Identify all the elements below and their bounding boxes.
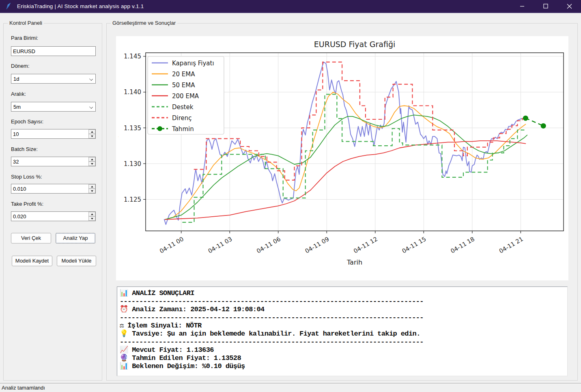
svg-text:04-11 06: 04-11 06 [256, 236, 282, 254]
stop-loss-spinbox [11, 184, 96, 194]
interval-combobox[interactable]: 5m [11, 102, 96, 112]
load-model-button[interactable]: Modeli Yükle [57, 256, 96, 266]
stop-loss-label: Stop Loss %: [11, 174, 42, 180]
y-axis-label-clipped: Fiyat (USD) [116, 132, 118, 165]
svg-text:04-11 18: 04-11 18 [450, 236, 476, 254]
epochs-label: Epoch Sayısı: [11, 118, 43, 125]
svg-text:04-11 00: 04-11 00 [159, 236, 185, 254]
chart-title: EURUSD Fiyat Grafiği [314, 40, 395, 49]
spin-down-button[interactable] [88, 216, 95, 221]
price-chart-figure: 1.1251.1301.1351.1401.14504-11 0004-11 0… [116, 36, 568, 280]
epochs-spinbox [11, 129, 96, 139]
minimize-button[interactable] [510, 0, 534, 12]
series-tahmin [523, 116, 546, 129]
arrow-down-icon [91, 190, 93, 192]
control-panel: Kontrol Paneli Para Birimi: Dönem: 1d Ar… [3, 23, 102, 381]
spin-down-button[interactable] [88, 162, 95, 166]
maximize-icon [543, 4, 548, 9]
svg-text:Kapanış Fiyatı: Kapanış Fiyatı [172, 60, 214, 67]
batch-size-label: Batch Size: [11, 146, 38, 152]
arrow-up-icon [91, 131, 93, 133]
stop-loss-input[interactable] [11, 184, 96, 194]
period-label: Dönem: [11, 63, 30, 69]
svg-text:1.130: 1.130 [124, 160, 141, 168]
analysis-text: 📊 ANALİZ SONUÇLARI ---------------------… [117, 287, 567, 370]
control-panel-title: Kontrol Paneli [8, 20, 44, 26]
svg-text:1.140: 1.140 [124, 88, 141, 96]
x-axis-label: Tarih [346, 258, 362, 266]
spin-up-button[interactable] [88, 212, 95, 216]
svg-text:04-11 21: 04-11 21 [498, 236, 524, 254]
take-profit-label: Take Profit %: [11, 201, 43, 207]
fetch-data-button[interactable]: Veri Çek [11, 233, 51, 243]
interval-value: 5m [13, 104, 21, 110]
arrow-up-icon [91, 159, 93, 160]
svg-text:20 EMA: 20 EMA [172, 71, 195, 78]
minimize-icon [520, 4, 525, 9]
window-title: EriskiaTrading | AI Stock market analysi… [17, 3, 144, 9]
period-value: 1d [13, 76, 19, 82]
spin-down-button[interactable] [88, 134, 95, 138]
status-text: Analiz tamamlandı [2, 385, 45, 391]
interval-label: Aralık: [11, 91, 26, 97]
svg-text:50 EMA: 50 EMA [172, 82, 195, 89]
series-diren- [194, 62, 526, 180]
chevron-down-icon [89, 105, 93, 109]
epochs-input[interactable] [11, 129, 96, 139]
legend: Kapanış Fiyatı20 EMA50 EMA200 EMADestekD… [148, 56, 224, 134]
arrow-up-icon [91, 213, 93, 215]
arrow-up-icon [91, 186, 93, 187]
svg-text:Destek: Destek [172, 103, 194, 111]
chevron-down-icon [89, 77, 93, 81]
arrow-down-icon [91, 218, 93, 220]
arrow-down-icon [91, 136, 93, 137]
svg-text:04-11 12: 04-11 12 [353, 236, 379, 254]
currency-label: Para Birimi: [11, 35, 38, 41]
close-button[interactable] [557, 0, 581, 12]
spin-up-button[interactable] [88, 157, 95, 162]
take-profit-spinbox [11, 211, 96, 221]
analyze-button[interactable]: Analiz Yap [56, 233, 95, 243]
visualization-panel: Görselleştirme ve Sonuçlar 1.1251.1301.1… [106, 23, 578, 381]
spin-up-button[interactable] [88, 129, 95, 134]
svg-text:04-11 09: 04-11 09 [304, 236, 330, 254]
batch-size-spinbox [11, 157, 96, 166]
period-combobox[interactable]: 1d [11, 74, 96, 84]
close-icon [567, 4, 572, 9]
spin-down-button[interactable] [88, 189, 95, 193]
svg-text:1.135: 1.135 [124, 125, 141, 132]
analysis-results-box[interactable]: 📊 ANALİZ SONUÇLARI ---------------------… [117, 286, 568, 376]
batch-size-input[interactable] [11, 157, 96, 166]
svg-text:04-11 03: 04-11 03 [207, 236, 233, 254]
visualization-panel-title: Görselleştirme ve Sonuçlar [111, 20, 177, 26]
svg-text:04-11 15: 04-11 15 [401, 236, 427, 254]
svg-text:Tahmin: Tahmin [172, 125, 194, 133]
svg-text:1.125: 1.125 [124, 196, 141, 203]
currency-input[interactable] [11, 46, 96, 56]
svg-text:Direnç: Direnç [172, 114, 192, 122]
svg-text:200 EMA: 200 EMA [172, 93, 199, 100]
app-icon [5, 3, 11, 10]
arrow-down-icon [91, 163, 93, 165]
title-bar: EriskiaTrading | AI Stock market analysi… [0, 0, 581, 13]
price-chart: 1.1251.1301.1351.1401.14504-11 0004-11 0… [116, 36, 568, 280]
take-profit-input[interactable] [11, 211, 96, 221]
status-bar: Analiz tamamlandı [0, 383, 581, 392]
maximize-button[interactable] [534, 0, 557, 12]
svg-text:1.145: 1.145 [124, 53, 141, 60]
save-model-button[interactable]: Modeli Kaydet [12, 256, 52, 266]
spin-up-button[interactable] [88, 184, 95, 189]
